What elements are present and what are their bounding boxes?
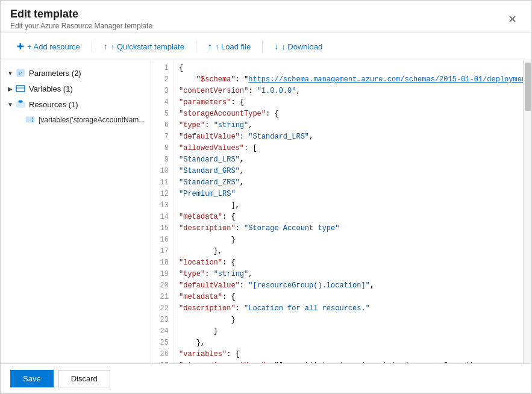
code-line: "Standard_ZRS", <box>179 177 518 189</box>
code-line: }, <box>179 246 518 257</box>
parameters-label: Parameters (2) <box>29 69 81 78</box>
line-number: 15 <box>151 223 174 234</box>
code-line: "Premium_LRS" <box>179 189 518 200</box>
line-number: 1 <box>151 63 174 74</box>
code-line: "contentVersion": "1.0.0.0", <box>179 86 518 97</box>
quickstart-label: ↑ Quickstart template <box>111 42 184 51</box>
resources-children: [variables('storageAccountNam... <box>1 112 151 128</box>
separator-1 <box>92 40 92 52</box>
line-number: 20 <box>151 280 174 292</box>
expand-resources-icon: ▼ <box>5 99 15 109</box>
line-number: 10 <box>151 166 174 177</box>
line-number: 5 <box>151 108 174 120</box>
code-line: "Standard_GRS", <box>179 166 518 177</box>
download-icon: ↓ <box>274 42 278 51</box>
line-number: 18 <box>151 257 174 269</box>
line-number: 8 <box>151 143 174 154</box>
separator-2 <box>196 40 196 52</box>
code-line: "parameters": { <box>179 97 518 108</box>
sidebar-item-parameters[interactable]: ▼ P Parameters (2) <box>1 65 151 81</box>
storage-label: [variables('storageAccountNam... <box>39 116 145 124</box>
editor-container: 1234567891011121314151617181920212223242… <box>151 60 531 363</box>
code-line: "storageAccountName": "[concat('store', … <box>179 360 518 363</box>
code-line: "defaultValue": "Standard_LRS", <box>179 131 518 143</box>
sidebar: ▼ P Parameters (2) ▶ Va <box>1 60 151 363</box>
separator-3 <box>262 40 263 52</box>
sidebar-item-resources[interactable]: ▼ Resources (1) <box>1 96 151 112</box>
storage-icon <box>25 114 36 125</box>
quickstart-icon: ↑ <box>104 42 108 51</box>
code-editor[interactable]: { "$schema": "https://schema.management.… <box>174 60 523 363</box>
load-file-label: ↑ Load file <box>215 42 251 51</box>
line-number: 7 <box>151 131 174 143</box>
resources-icon <box>15 99 26 110</box>
line-number: 23 <box>151 314 174 326</box>
add-resource-label: + Add resource <box>27 42 80 51</box>
variables-label: Variables (1) <box>29 84 73 93</box>
code-line: "storageAccountType": { <box>179 108 518 120</box>
expand-variables-icon: ▶ <box>5 84 15 93</box>
code-line: ], <box>179 200 518 211</box>
dialog-subtitle: Edit your Azure Resource Manager templat… <box>10 22 152 30</box>
dialog-footer: Save Discard <box>1 363 531 393</box>
scrollbar-thumb[interactable] <box>525 63 531 111</box>
code-line: "description": "Storage Account type" <box>179 223 518 234</box>
code-line: "metadata": { <box>179 211 518 223</box>
code-line: "defaultValue": "[resourceGroup().locati… <box>179 280 518 292</box>
close-button[interactable]: ✕ <box>503 11 522 27</box>
line-numbers: 1234567891011121314151617181920212223242… <box>151 60 174 363</box>
parameters-icon: P <box>15 67 26 78</box>
svg-rect-5 <box>19 101 22 102</box>
code-line: "Standard_LRS", <box>179 154 518 166</box>
code-line: "metadata": { <box>179 292 518 303</box>
code-line: } <box>179 326 518 337</box>
editor-scrollbar[interactable] <box>523 60 531 363</box>
main-content: ▼ P Parameters (2) ▶ Va <box>1 60 531 363</box>
variables-icon <box>15 83 26 94</box>
line-number: 2 <box>151 74 174 86</box>
line-number: 12 <box>151 189 174 200</box>
save-button[interactable]: Save <box>10 370 54 387</box>
download-label: ↓ Download <box>281 42 322 51</box>
code-line: "type": "string", <box>179 120 518 131</box>
line-number: 19 <box>151 269 174 280</box>
code-line: "allowedValues": [ <box>179 143 518 154</box>
dialog-header: Edit template Edit your Azure Resource M… <box>1 1 531 33</box>
sidebar-item-storage[interactable]: [variables('storageAccountNam... <box>10 112 151 128</box>
sidebar-item-variables[interactable]: ▶ Variables (1) <box>1 81 151 96</box>
line-number: 27 <box>151 360 174 363</box>
code-line: "$schema": "https://schema.management.az… <box>179 74 518 86</box>
code-line: } <box>179 234 518 246</box>
line-number: 17 <box>151 246 174 257</box>
line-number: 16 <box>151 234 174 246</box>
dialog-title: Edit template <box>10 8 152 20</box>
download-button[interactable]: ↓ ↓ Download <box>268 38 329 55</box>
line-number: 9 <box>151 154 174 166</box>
quickstart-template-button[interactable]: ↑ ↑ Quickstart template <box>97 38 191 55</box>
resources-label: Resources (1) <box>29 100 78 109</box>
load-file-button[interactable]: ↑ ↑ Load file <box>201 38 257 55</box>
code-line: "variables": { <box>179 349 518 360</box>
line-number: 22 <box>151 303 174 314</box>
svg-rect-2 <box>16 86 25 92</box>
editor-area: 1234567891011121314151617181920212223242… <box>151 60 531 363</box>
line-number: 25 <box>151 337 174 349</box>
svg-point-9 <box>32 120 33 122</box>
dialog-title-group: Edit template Edit your Azure Resource M… <box>10 8 152 30</box>
expand-parameters-icon: ▼ <box>5 68 15 78</box>
svg-point-8 <box>32 117 33 119</box>
line-number: 3 <box>151 86 174 97</box>
code-line: "description": "Location for all resourc… <box>179 303 518 314</box>
discard-button[interactable]: Discard <box>58 370 110 387</box>
line-number: 14 <box>151 211 174 223</box>
line-number: 21 <box>151 292 174 303</box>
load-icon: ↑ <box>208 42 212 51</box>
add-resource-button[interactable]: ✚ + Add resource <box>10 38 87 55</box>
line-number: 24 <box>151 326 174 337</box>
code-line: "type": "string", <box>179 269 518 280</box>
svg-text:P: P <box>19 70 22 76</box>
plus-icon: ✚ <box>17 42 24 51</box>
toolbar: ✚ + Add resource ↑ ↑ Quickstart template… <box>1 33 531 60</box>
line-number: 6 <box>151 120 174 131</box>
line-number: 26 <box>151 349 174 360</box>
